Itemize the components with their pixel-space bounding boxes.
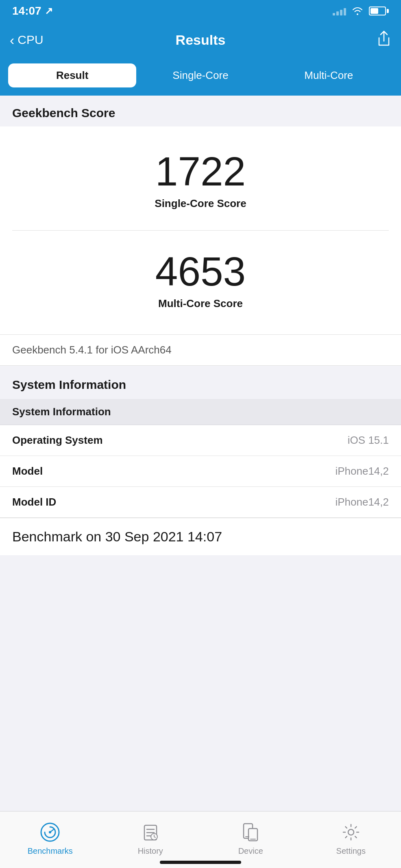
- status-right: [333, 7, 389, 15]
- bottom-tab-bar: Benchmarks History Device: [0, 811, 401, 868]
- page-title: Results: [176, 32, 226, 48]
- tab-result[interactable]: Result: [8, 63, 136, 87]
- os-value: iOS 15.1: [348, 434, 389, 447]
- benchmarks-tab-label: Benchmarks: [28, 846, 73, 856]
- system-info-table: System Information Operating System iOS …: [0, 399, 401, 555]
- benchmarks-icon: [39, 821, 61, 843]
- nav-bar: ‹ CPU Results: [0, 22, 401, 58]
- status-time: 14:07 ↗: [12, 4, 53, 17]
- geekbench-header-text: Geekbench Score: [12, 106, 115, 120]
- system-table-header: System Information: [0, 399, 401, 425]
- tab-device[interactable]: Device: [200, 816, 301, 856]
- history-tab-label: History: [138, 846, 163, 856]
- model-value: iPhone14,2: [335, 465, 389, 478]
- model-label: Model: [12, 465, 335, 478]
- device-tab-label: Device: [238, 846, 263, 856]
- tab-benchmarks[interactable]: Benchmarks: [0, 816, 100, 856]
- content: Geekbench Score 1722 Single-Core Score 4…: [0, 96, 401, 620]
- tab-single-core[interactable]: Single-Core: [136, 63, 264, 87]
- svg-point-12: [348, 829, 354, 835]
- settings-tab-label: Settings: [336, 846, 366, 856]
- version-info: Geekbench 5.4.1 for iOS AArch64: [0, 334, 401, 366]
- back-button[interactable]: ‹ CPU: [10, 32, 44, 48]
- chevron-left-icon: ‹: [10, 32, 14, 48]
- table-row: Operating System iOS 15.1: [0, 425, 401, 456]
- device-icon: [240, 821, 262, 843]
- share-button[interactable]: [377, 31, 391, 50]
- system-info-title: System Information: [12, 378, 389, 392]
- model-id-label: Model ID: [12, 496, 335, 508]
- multi-core-score-label: Multi-Core Score: [158, 297, 243, 310]
- table-row: Model ID iPhone14,2: [0, 487, 401, 518]
- single-core-score-label: Single-Core Score: [155, 197, 246, 210]
- tab-history[interactable]: History: [100, 816, 201, 856]
- tab-settings[interactable]: Settings: [301, 816, 401, 856]
- os-label: Operating System: [12, 434, 348, 447]
- single-core-score-value: 1722: [155, 151, 246, 192]
- tab-multi-core[interactable]: Multi-Core: [265, 63, 393, 87]
- version-text: Geekbench 5.4.1 for iOS AArch64: [12, 344, 172, 356]
- time-label: 14:07: [12, 4, 41, 17]
- geekbench-section-header: Geekbench Score: [0, 96, 401, 126]
- status-bar: 14:07 ↗: [0, 0, 401, 22]
- wifi-icon: [352, 7, 363, 15]
- multi-core-score-value: 4653: [155, 251, 246, 292]
- score-divider: [12, 230, 389, 231]
- home-indicator: [160, 861, 241, 864]
- history-icon: [139, 821, 161, 843]
- segment-tabs: Result Single-Core Multi-Core: [0, 58, 401, 96]
- settings-icon: [340, 821, 362, 843]
- model-id-value: iPhone14,2: [335, 496, 389, 508]
- back-label: CPU: [17, 33, 43, 47]
- score-section: 1722 Single-Core Score 4653 Multi-Core S…: [0, 126, 401, 334]
- benchmark-date: Benchmark on 30 Sep 2021 14:07: [0, 518, 401, 555]
- system-info-header-bg: System Information: [0, 366, 401, 399]
- battery-icon: [369, 7, 389, 15]
- table-row: Model iPhone14,2: [0, 456, 401, 487]
- location-icon: ↗: [45, 5, 53, 17]
- signal-icon: [333, 7, 346, 15]
- svg-point-2: [49, 831, 51, 833]
